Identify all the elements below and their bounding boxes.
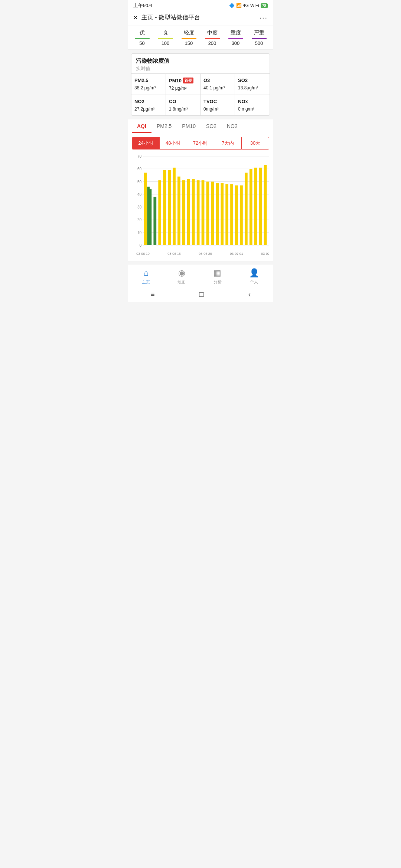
battery-indicator: 78 xyxy=(261,3,268,8)
pollutant-name: TVOC xyxy=(203,99,232,104)
time-range-4[interactable]: 30天 xyxy=(242,137,269,149)
time-range-2[interactable]: 72小时 xyxy=(187,137,215,149)
nav-item-分析[interactable]: ▦ 分析 xyxy=(213,268,222,285)
bar xyxy=(230,184,233,245)
bar xyxy=(182,180,185,245)
bar xyxy=(211,182,214,245)
bluetooth-icon: 🔷 xyxy=(229,3,235,8)
svg-text:10: 10 xyxy=(137,231,142,235)
legend-label: 重度 xyxy=(228,30,243,36)
nav-label: 主页 xyxy=(142,279,150,285)
section-subtitle: 实时值 xyxy=(136,65,265,72)
legend-item: 严重 500 xyxy=(252,30,267,46)
home-button[interactable]: □ xyxy=(199,290,203,299)
bar xyxy=(177,177,180,245)
status-time: 上午9:04 xyxy=(133,2,152,9)
bar xyxy=(149,189,152,245)
bar xyxy=(216,183,219,245)
tab-pm10[interactable]: PM10 xyxy=(177,119,201,133)
pollutant-name: CO xyxy=(169,99,197,104)
bar xyxy=(245,173,248,245)
bar xyxy=(235,185,238,245)
nav-icon-主页: ⌂ xyxy=(143,268,148,278)
pollutant-name: PM10首要 xyxy=(169,78,197,83)
legend-bar xyxy=(135,38,150,39)
legend-label: 严重 xyxy=(252,30,267,36)
tab-no2[interactable]: NO2 xyxy=(222,119,243,133)
pollutant-name: SO2 xyxy=(238,78,267,83)
time-range-0[interactable]: 24小时 xyxy=(132,137,160,149)
bar xyxy=(168,170,171,245)
bar xyxy=(250,169,252,245)
pollutant-value: 27.2μg/m³ xyxy=(134,106,163,112)
nav-item-地图[interactable]: ◉ 地图 xyxy=(177,268,186,285)
aqi-legend: 优 50 良 100 轻度 150 中度 200 重度 300 严重 500 xyxy=(128,26,273,50)
legend-bar xyxy=(252,38,267,39)
tab-aqi[interactable]: AQI xyxy=(132,119,151,133)
pollutant-cell: SO2 13.8μg/m³ xyxy=(235,74,270,95)
svg-text:03-06 20: 03-06 20 xyxy=(199,252,212,256)
svg-text:70: 70 xyxy=(137,154,142,158)
chart-area: 01020304050607003-06 1003-06 1503-06 200… xyxy=(128,152,273,261)
legend-item: 良 100 xyxy=(158,30,173,46)
legend-bar xyxy=(228,38,243,39)
legend-label: 优 xyxy=(135,30,150,36)
bar xyxy=(153,197,156,245)
pollutant-badge: 首要 xyxy=(183,78,193,83)
pollutant-name: O3 xyxy=(203,78,232,83)
nav-icon-个人: 👤 xyxy=(249,268,259,278)
bar xyxy=(259,168,262,245)
nav-bar: × 主页 - 微型站微信平台 ··· xyxy=(128,10,273,26)
nav-item-个人[interactable]: 👤 个人 xyxy=(249,268,259,285)
legend-label: 中度 xyxy=(205,30,220,36)
svg-text:03-07 01: 03-07 01 xyxy=(230,252,243,256)
time-range-1[interactable]: 48小时 xyxy=(160,137,187,149)
chart-tabs: AQIPM2.5PM10SO2NO2 xyxy=(128,119,273,133)
nav-item-主页[interactable]: ⌂ 主页 xyxy=(142,268,150,285)
pollutant-cell: CO 1.8mg/m³ xyxy=(166,95,200,115)
bar xyxy=(158,180,161,245)
pollutant-cell: TVOC 0mg/m³ xyxy=(200,95,235,115)
system-nav: ≡ □ ‹ xyxy=(128,287,273,302)
menu-button[interactable]: ≡ xyxy=(150,290,155,299)
pollutant-value: 40.1 μg/m³ xyxy=(203,85,232,91)
pollutant-value: 13.8μg/m³ xyxy=(238,85,267,91)
legend-value: 100 xyxy=(158,40,173,46)
bar xyxy=(254,168,257,245)
back-button[interactable]: ‹ xyxy=(248,290,251,299)
bar xyxy=(187,179,190,245)
pollutant-grid: PM2.5 38.2 μg/m³ PM10首要 72 μg/m³ O3 40.1… xyxy=(131,73,270,115)
page-title: 主页 - 微型站微信平台 xyxy=(141,14,200,22)
legend-value: 200 xyxy=(205,40,220,46)
status-bar: 上午9:04 🔷 📶 4G WiFi 78 xyxy=(128,0,273,10)
legend-bar xyxy=(158,38,173,39)
tab-pm2.5[interactable]: PM2.5 xyxy=(151,119,177,133)
svg-text:0: 0 xyxy=(139,243,141,247)
svg-text:40: 40 xyxy=(137,193,142,197)
bar xyxy=(197,180,200,245)
legend-item: 中度 200 xyxy=(205,30,220,46)
nav-label: 个人 xyxy=(250,279,258,285)
nav-icon-地图: ◉ xyxy=(178,268,185,278)
svg-text:20: 20 xyxy=(137,218,142,222)
legend-value: 500 xyxy=(252,40,267,46)
close-button[interactable]: × xyxy=(133,13,138,22)
bar xyxy=(221,183,224,245)
time-range-selector: 24小时48小时72小时7天内30天 xyxy=(132,137,269,149)
bar xyxy=(264,165,267,245)
tab-so2[interactable]: SO2 xyxy=(201,119,222,133)
legend-bar xyxy=(182,38,196,39)
pollutant-name: PM2.5 xyxy=(134,78,163,83)
time-range-3[interactable]: 7天内 xyxy=(214,137,242,149)
pollutant-value: 0 mg/m³ xyxy=(238,106,267,112)
nav-left: × 主页 - 微型站微信平台 xyxy=(133,13,200,22)
svg-text:30: 30 xyxy=(137,205,142,209)
bar xyxy=(144,173,147,245)
section-title: 污染物浓度值 xyxy=(136,57,265,65)
bar-chart: 01020304050607003-06 1003-06 1503-06 200… xyxy=(132,152,269,256)
nav-icon-分析: ▦ xyxy=(213,268,221,278)
bar xyxy=(240,185,243,245)
more-button[interactable]: ··· xyxy=(259,13,268,22)
pollutant-cell: NO2 27.2μg/m³ xyxy=(131,95,166,115)
pollutant-value: 0mg/m³ xyxy=(203,106,232,112)
